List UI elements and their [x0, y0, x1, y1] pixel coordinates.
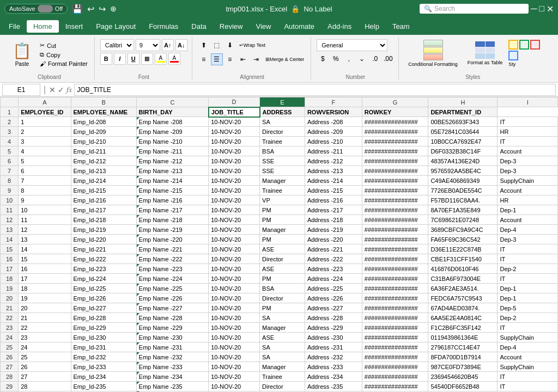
cell[interactable]: Emp_Id-209 — [71, 127, 136, 137]
cell[interactable]: ################ — [362, 137, 428, 146]
cell[interactable]: IT — [498, 117, 558, 127]
cell[interactable]: 24 — [19, 342, 71, 352]
cell[interactable]: Emp Name -228 — [136, 313, 209, 323]
cell[interactable]: Address -224 — [305, 274, 362, 284]
cell[interactable]: ################ — [362, 313, 428, 323]
cell[interactable]: Emp_Id-234 — [71, 372, 136, 382]
cell[interactable]: ################ — [362, 333, 428, 342]
undo-icon[interactable]: ↩ — [87, 4, 94, 14]
cell[interactable]: Emp Name -218 — [136, 215, 209, 225]
cell[interactable]: C49AE406869349 — [428, 176, 498, 186]
cell[interactable]: ################ — [362, 303, 428, 313]
cell[interactable]: Emp Name -213 — [136, 166, 209, 176]
cell[interactable]: 0119439861364E — [428, 333, 498, 342]
conditional-formatting-btn[interactable]: Conditional Formatting — [404, 37, 462, 70]
comma-btn[interactable]: , — [343, 53, 355, 65]
cell[interactable]: 7C698621E07248 — [428, 215, 498, 225]
cell[interactable]: ################ — [362, 117, 428, 127]
cell[interactable]: Manager — [260, 362, 305, 372]
col-header-i[interactable]: I — [498, 97, 558, 107]
cell[interactable]: Address -232 — [305, 352, 362, 362]
wrap-text-btn[interactable]: ↵ Wrap Text — [237, 39, 268, 51]
cell[interactable]: 26 — [19, 362, 71, 372]
cell[interactable]: 10-NOV-20 — [209, 244, 260, 254]
indent-right-btn[interactable]: ⇥ — [250, 53, 262, 65]
cell[interactable]: Emp Name -209 — [136, 127, 209, 137]
cell[interactable]: Emp Name -217 — [136, 205, 209, 215]
cell[interactable]: HR — [498, 195, 558, 205]
cell[interactable]: EMPLOYEE_ID — [19, 107, 71, 117]
cell[interactable]: 10-NOV-20 — [209, 313, 260, 323]
cell[interactable]: Emp_Id-231 — [71, 342, 136, 352]
percent-btn[interactable]: % — [330, 53, 342, 65]
cell[interactable]: C31BA6F973004E — [428, 274, 498, 284]
cell[interactable]: Emp Name -235 — [136, 382, 209, 391]
col-header-c[interactable]: C — [136, 97, 209, 107]
menu-automate[interactable]: Automate — [277, 20, 321, 33]
cell[interactable]: HR — [498, 127, 558, 137]
cell[interactable]: ################ — [362, 176, 428, 186]
cell[interactable]: 10-NOV-20 — [209, 186, 260, 195]
align-middle-btn[interactable]: ⬚ — [211, 39, 223, 51]
cell[interactable]: BSA — [260, 284, 305, 293]
cell[interactable]: Address -209 — [305, 127, 362, 137]
cell[interactable]: 05E72841C03644 — [428, 127, 498, 137]
cell[interactable]: Emp_Id-230 — [71, 333, 136, 342]
cell[interactable]: Emp Name -226 — [136, 293, 209, 303]
cell[interactable]: 10-NOV-20 — [209, 205, 260, 215]
merge-center-btn[interactable]: ⊞ Merge & Center — [263, 53, 307, 65]
cell[interactable]: Emp_Id-216 — [71, 195, 136, 205]
cell[interactable]: 987CE0FD73894E — [428, 362, 498, 372]
cell[interactable]: Address -227 — [305, 303, 362, 313]
cell[interactable]: Address -215 — [305, 186, 362, 195]
cell[interactable]: BSA — [260, 146, 305, 156]
maximize-btn[interactable]: □ — [539, 4, 544, 14]
cell[interactable]: 1 — [19, 117, 71, 127]
title-search-box[interactable]: 🔍 Search — [420, 4, 529, 14]
border-button[interactable]: ⊞ — [141, 53, 153, 65]
cell[interactable]: Dep-2 — [498, 313, 558, 323]
cell[interactable]: ################ — [362, 274, 428, 284]
cell[interactable]: Account — [498, 215, 558, 225]
cell[interactable]: Emp_Id-222 — [71, 254, 136, 264]
indent-left-btn[interactable]: ⇤ — [237, 53, 249, 65]
cell[interactable]: Emp_Id-219 — [71, 225, 136, 235]
cell[interactable]: ################ — [362, 244, 428, 254]
cell[interactable]: ROWVERSION — [305, 107, 362, 117]
cell[interactable]: Emp_Id-228 — [71, 313, 136, 323]
cell[interactable]: Dep-5 — [498, 303, 558, 313]
cell[interactable]: Trainee — [260, 137, 305, 146]
cell[interactable]: Emp_Id-218 — [71, 215, 136, 225]
col-header-b[interactable]: B — [71, 97, 136, 107]
cell[interactable]: Emp_Id-227 — [71, 303, 136, 313]
cell[interactable]: Address -217 — [305, 205, 362, 215]
cell[interactable]: ################ — [362, 342, 428, 352]
cell[interactable]: ROWKEY — [362, 107, 428, 117]
cell[interactable]: Emp Name -212 — [136, 156, 209, 166]
cell[interactable]: 10-NOV-20 — [209, 323, 260, 333]
cell[interactable]: Emp_Id-223 — [71, 264, 136, 274]
cell[interactable]: PM — [260, 215, 305, 225]
cell[interactable]: D6F0332B38C14F — [428, 146, 498, 156]
cell[interactable]: Address -233 — [305, 362, 362, 372]
cell[interactable]: 18 — [19, 284, 71, 293]
col-header-e[interactable]: E — [260, 97, 305, 107]
autosave-badge[interactable]: AutoSave Off — [4, 4, 68, 14]
cancel-formula-icon[interactable]: ✕ — [49, 85, 56, 94]
font-size-select[interactable]: 9 — [136, 39, 160, 51]
cell[interactable]: Emp_Id-229 — [71, 323, 136, 333]
currency-btn[interactable]: $ — [317, 53, 329, 65]
cell[interactable]: 9576592AA5BE4C — [428, 166, 498, 176]
cell[interactable]: Emp Name -214 — [136, 176, 209, 186]
cell[interactable]: BIRTH_DAY — [136, 107, 209, 117]
cell[interactable]: SupplyChain — [498, 362, 558, 372]
cell[interactable]: Emp Name -232 — [136, 352, 209, 362]
cell[interactable]: Emp Name -215 — [136, 186, 209, 195]
cell[interactable]: SSE — [260, 166, 305, 176]
cell[interactable]: Emp_Id-235 — [71, 382, 136, 391]
cell[interactable]: 10-NOV-20 — [209, 215, 260, 225]
cell[interactable]: Address -226 — [305, 293, 362, 303]
cell[interactable]: 48357A4136E24D — [428, 156, 498, 166]
cell[interactable]: Dep-1 — [498, 205, 558, 215]
cell[interactable]: IT — [498, 274, 558, 284]
